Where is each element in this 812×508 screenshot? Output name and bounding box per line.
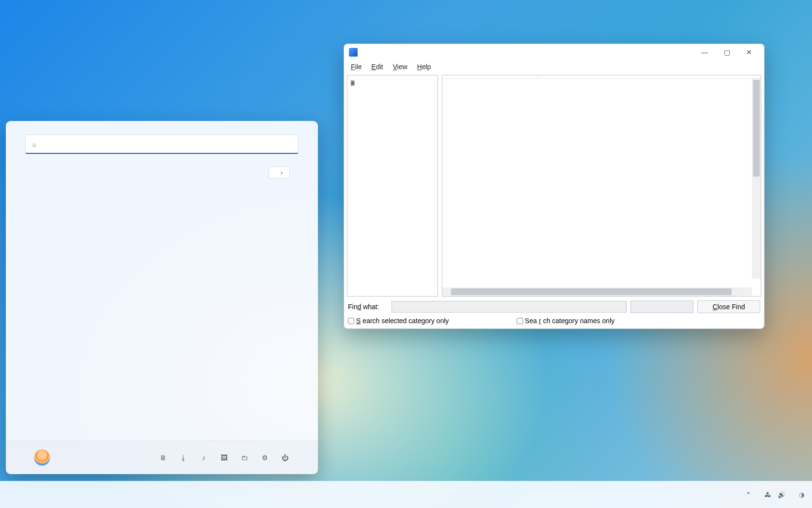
- folder-icon[interactable]: 🗀: [240, 454, 249, 462]
- power-icon[interactable]: ⏻: [280, 454, 290, 462]
- close-button[interactable]: ✕: [738, 45, 760, 60]
- menu-edit[interactable]: Edit: [368, 62, 387, 72]
- scroll-thumb[interactable]: [753, 80, 760, 177]
- settings-icon[interactable]: ⚙: [260, 454, 270, 462]
- minimize-button[interactable]: —: [693, 45, 716, 60]
- sysinfo-find-bar: Find what: Close Find Search selected ca…: [344, 298, 764, 329]
- music-icon[interactable]: ♪: [199, 454, 209, 462]
- recommended-hint: [6, 205, 318, 209]
- sysinfo-tree[interactable]: [347, 75, 438, 297]
- find-input[interactable]: [391, 301, 627, 313]
- pictures-icon[interactable]: 🖼: [219, 454, 229, 462]
- network-icon[interactable]: 🖧: [765, 491, 771, 498]
- find-label: Find what:: [348, 303, 388, 311]
- search-selected-only-checkbox[interactable]: Search selected category only: [348, 317, 449, 325]
- start-menu-footer: 🗎 ⭳ ♪ 🖼 🗀 ⚙ ⏻: [6, 440, 318, 474]
- sysinfo-menubar: File Edit View Help: [344, 60, 764, 73]
- menu-file[interactable]: File: [347, 62, 366, 72]
- tray-chevron-up-icon[interactable]: ⌃: [746, 491, 751, 498]
- all-apps-button[interactable]: ›: [269, 166, 290, 179]
- user-avatar[interactable]: [34, 449, 50, 466]
- chevron-right-icon: ›: [281, 169, 283, 176]
- find-button[interactable]: [631, 300, 693, 313]
- close-find-button[interactable]: Close Find: [697, 300, 760, 313]
- search-category-names-only-checkbox[interactable]: Search category names only: [517, 317, 615, 325]
- start-search-box[interactable]: ⌕: [25, 134, 299, 154]
- start-menu: ⌕ › 🗎 ⭳ ♪ 🖼 🗀 ⚙ ⏻: [6, 121, 318, 474]
- sysinfo-app-icon: [349, 48, 358, 57]
- horizontal-scrollbar[interactable]: [442, 287, 752, 296]
- sysinfo-titlebar[interactable]: — ▢ ✕: [344, 44, 764, 60]
- col-item[interactable]: [442, 75, 538, 78]
- menu-view[interactable]: View: [389, 62, 411, 72]
- taskbar: ⌃ 🖧 🔊 ◑: [0, 481, 812, 508]
- maximize-button[interactable]: ▢: [716, 45, 738, 60]
- downloads-icon[interactable]: ⭳: [179, 454, 188, 462]
- start-search-input[interactable]: [42, 140, 291, 148]
- system-information-window: — ▢ ✕ File Edit View Help Find what: [344, 44, 765, 329]
- tree-software-environment[interactable]: [350, 80, 435, 81]
- pinned-apps-grid: [6, 179, 318, 185]
- col-value[interactable]: [538, 75, 761, 78]
- search-icon: ⌕: [32, 140, 36, 148]
- scroll-thumb[interactable]: [451, 288, 732, 295]
- sysinfo-rows[interactable]: [442, 79, 761, 287]
- sysinfo-columns[interactable]: [442, 75, 761, 79]
- document-icon[interactable]: 🗎: [158, 454, 168, 462]
- sysinfo-details: [442, 75, 761, 297]
- menu-help[interactable]: Help: [413, 62, 435, 72]
- volume-icon[interactable]: 🔊: [778, 491, 785, 498]
- system-tray: ⌃ 🖧 🔊 ◑: [746, 491, 809, 498]
- vertical-scrollbar[interactable]: [752, 79, 761, 279]
- notifications-icon[interactable]: ◑: [799, 491, 804, 498]
